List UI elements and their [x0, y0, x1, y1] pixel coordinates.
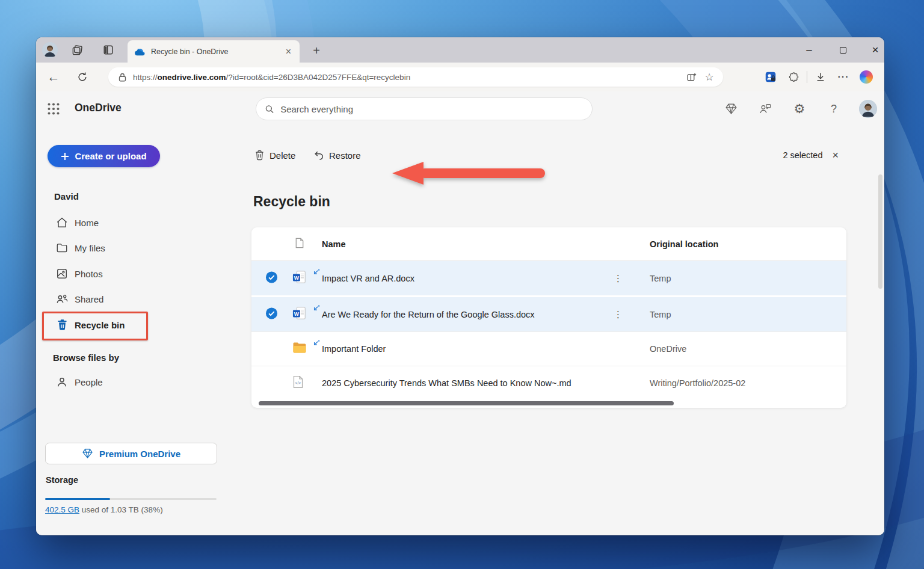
vertical-scrollbar[interactable]: [878, 174, 882, 289]
svg-text:</>: </>: [295, 381, 301, 385]
sidebar-item-shared[interactable]: Shared: [48, 289, 229, 309]
password-manager-icon[interactable]: [761, 67, 780, 87]
url-scheme: https://: [133, 73, 158, 82]
copilot-icon[interactable]: [857, 67, 876, 87]
annotation-rectangle: [42, 312, 148, 340]
toolbar-right-icons: ···: [761, 67, 876, 87]
original-location: Temp: [650, 310, 671, 319]
diamond-icon: [82, 448, 93, 459]
account-avatar[interactable]: [859, 100, 877, 118]
file-name[interactable]: 2025 Cybersecurity Trends What SMBs Need…: [322, 378, 571, 388]
table-row[interactable]: W Impact VR and AR.docx ⋮ Temp: [251, 261, 846, 297]
moved-item-marker-icon: [312, 304, 320, 315]
column-header-name[interactable]: Name: [322, 239, 346, 249]
horizontal-scrollbar[interactable]: [259, 401, 674, 405]
sidebar: Create or upload David Home My files Pho…: [36, 126, 253, 535]
browser-tabstrip: Recycle bin - OneDrive × + – ×: [36, 37, 884, 63]
storage-progress-bar: [45, 498, 217, 500]
markdown-file-icon: </>: [292, 375, 304, 391]
sidebar-item-label: My files: [75, 243, 105, 253]
window-close-button[interactable]: ×: [861, 37, 884, 63]
address-bar[interactable]: https://onedrive.live.com/?id=root&cid=2…: [108, 67, 723, 87]
browser-tab-active[interactable]: Recycle bin - OneDrive ×: [128, 40, 300, 63]
split-screen-icon[interactable]: [682, 68, 700, 86]
delete-button[interactable]: Delete: [254, 144, 295, 166]
storage-used-link[interactable]: 402.5 GB: [45, 505, 79, 514]
tab-title: Recycle bin - OneDrive: [151, 48, 283, 56]
column-header-location[interactable]: Original location: [650, 239, 718, 249]
selected-check-icon[interactable]: [265, 307, 278, 322]
browse-files-by-header: Browse files by: [53, 352, 119, 363]
file-name[interactable]: Important Folder: [322, 344, 386, 354]
window-minimize-button[interactable]: –: [795, 37, 823, 63]
search-box[interactable]: [256, 97, 593, 120]
selection-group: 2 selected ×: [783, 144, 839, 166]
favorites-star-icon[interactable]: ☆: [700, 68, 718, 86]
recycle-bin-table: Name Original location W Impact VR and A…: [251, 227, 846, 408]
downloads-icon[interactable]: [811, 67, 830, 87]
command-bar: Delete Restore 2 selected ×: [253, 144, 884, 166]
sidebar-item-label: Photos: [75, 269, 103, 279]
workspaces-icon[interactable]: [70, 43, 84, 57]
delete-label: Delete: [270, 150, 295, 161]
row-more-options-icon[interactable]: ⋮: [614, 309, 623, 320]
file-name[interactable]: Are We Ready for the Return of the Googl…: [322, 310, 535, 319]
browser-profile-avatar[interactable]: [42, 42, 58, 58]
app-launcher-icon[interactable]: [47, 102, 60, 115]
lock-icon: [118, 72, 127, 82]
feedback-icon[interactable]: [756, 100, 774, 118]
onedrive-page: OneDrive ⚙ ?: [36, 91, 884, 535]
word-file-icon: W: [292, 270, 307, 286]
table-row[interactable]: </> 2025 Cybersecurity Trends What SMBs …: [251, 366, 846, 400]
help-icon[interactable]: ?: [825, 100, 843, 118]
sidebar-item-photos[interactable]: Photos: [48, 264, 229, 283]
more-menu-icon[interactable]: ···: [834, 67, 853, 87]
table-row[interactable]: Important Folder OneDrive: [251, 331, 846, 366]
storage-detail: used of 1.03 TB (38%): [79, 505, 163, 514]
shared-people-icon: [55, 292, 69, 306]
person-icon: [55, 375, 69, 389]
premium-onedrive-button[interactable]: Premium OneDrive: [45, 443, 217, 464]
folder-icon: [55, 241, 69, 254]
sidebar-item-my-files[interactable]: My files: [48, 238, 229, 257]
original-location: Writing/Portfolio/2025-02: [650, 378, 745, 388]
settings-gear-icon[interactable]: ⚙: [790, 100, 808, 118]
svg-text:W: W: [294, 274, 300, 280]
tab-close-icon[interactable]: ×: [283, 46, 294, 57]
restore-undo-icon: [313, 150, 324, 161]
trash-icon: [254, 150, 265, 161]
browser-toolbar: ← https://onedrive.live.com/?id=root&cid…: [36, 63, 884, 91]
extensions-icon[interactable]: [784, 67, 803, 87]
file-type-column-icon: [295, 237, 304, 251]
url-path: /?id=root&cid=26D3BA042D257FFE&qt=recycl…: [226, 73, 411, 82]
storage-header: Storage: [46, 475, 78, 485]
folder-yellow-icon: [292, 342, 307, 356]
annotation-arrow: [390, 160, 547, 186]
clear-selection-icon[interactable]: ×: [832, 149, 839, 162]
sidebar-item-label: Home: [75, 218, 99, 228]
file-name[interactable]: Impact VR and AR.docx: [322, 274, 414, 283]
create-or-upload-button[interactable]: Create or upload: [48, 145, 160, 167]
back-button[interactable]: ←: [43, 67, 64, 87]
sidebar-item-home[interactable]: Home: [48, 213, 229, 232]
new-tab-button[interactable]: +: [308, 42, 325, 59]
onedrive-logo-text[interactable]: OneDrive: [75, 102, 122, 114]
onedrive-header: OneDrive ⚙ ?: [36, 91, 884, 126]
selected-check-icon[interactable]: [265, 271, 278, 286]
search-input[interactable]: [280, 104, 584, 114]
sidebar-item-people[interactable]: People: [48, 372, 229, 392]
plus-icon: [61, 152, 69, 161]
user-section-header: David: [54, 191, 79, 201]
sidebar-item-label: People: [75, 377, 103, 387]
url-domain: onedrive.live.com: [158, 73, 226, 82]
premium-diamond-icon[interactable]: [722, 100, 740, 118]
window-maximize-button[interactable]: [829, 37, 857, 63]
moved-item-marker-icon: [312, 268, 320, 278]
table-row[interactable]: W Are We Ready for the Return of the Goo…: [251, 297, 846, 331]
restore-button[interactable]: Restore: [313, 144, 361, 166]
row-more-options-icon[interactable]: ⋮: [614, 273, 623, 284]
tab-actions-icon[interactable]: [101, 43, 116, 57]
url-text: https://onedrive.live.com/?id=root&cid=2…: [133, 73, 682, 82]
original-location: Temp: [650, 274, 671, 283]
refresh-button[interactable]: [72, 67, 93, 87]
